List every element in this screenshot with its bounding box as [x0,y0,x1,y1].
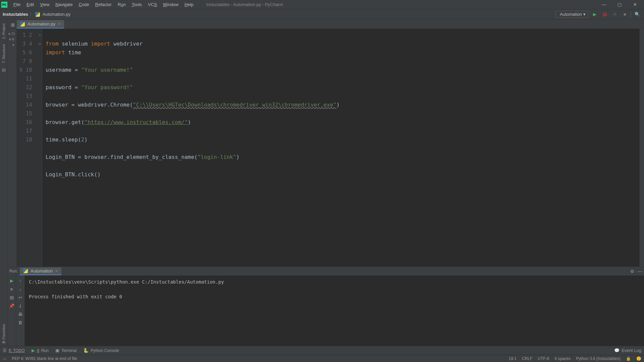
editor-container: ▦ Automation.py × ▸🗀 ▾⊪ ▾ 1 2 3 4 5 6 7 … [7,19,644,346]
file-encoding[interactable]: UTF-8 [538,356,549,361]
editor-tabbar: ▦ Automation.py × [7,19,644,29]
run-output[interactable]: C:\Instuctables\venv\Scripts\python.exe … [25,276,644,346]
dropdown-icon: ▾ [583,12,586,17]
clear-icon[interactable]: 🗑 [18,320,22,325]
structure-toolwindow-tab[interactable]: 7: Structure [1,42,6,66]
close-button[interactable]: ✕ [627,0,643,9]
app-icon: PC [1,2,7,8]
run-layout-icon[interactable]: ▤ [10,295,14,300]
run-tools: ⚙ — [630,269,642,274]
run-tab-name: Automation [31,268,53,274]
collapse2-icon[interactable]: ▾ [12,43,14,47]
python-file-icon [35,12,40,17]
line-number-gutter: 1 2 3 4 5 6 7 8 9 10 11 12 13 14 15 16 1… [17,29,38,266]
favorites-star-icon: ★ [2,340,6,345]
run-tab-bottom[interactable]: ▶4: Run [32,348,49,353]
close-tab-icon[interactable]: × [58,21,61,26]
run-coverage-button[interactable]: ⟳ [611,10,619,18]
run-config-name: Automation [560,12,582,17]
titlebar: PC File Edit View Navigate Code Refactor… [0,0,644,9]
status-msg-icon: ▭ [3,356,6,361]
run-minimize-icon[interactable]: — [638,269,642,274]
interpreter[interactable]: Python 3.8 (Instuctables) [576,356,621,361]
project-view-icon[interactable]: ▦ [9,20,17,28]
menu-code[interactable]: Code [76,1,92,8]
maximize-button[interactable]: ▢ [612,0,627,9]
expand-icon[interactable]: ▸ [9,32,11,36]
inspection-icon[interactable]: 🙂 [636,356,641,361]
terminal-tab[interactable]: ▣Terminal [55,348,76,353]
python-icon [23,268,28,273]
run-tab[interactable]: Automation × [20,267,61,275]
tab-filename: Automation.py [28,21,55,26]
python-file-icon [20,22,25,26]
structure-icon: ▤ [2,67,6,72]
terminal-icon: ▣ [55,348,59,353]
menu-navigate[interactable]: Navigate [53,1,75,8]
libs-icon: ⊪ [12,37,15,42]
event-log-icon: 💬 [614,348,620,353]
minimize-button[interactable]: — [596,0,612,9]
stop-run-button[interactable]: ■ [10,287,13,292]
run-body: ▶ ■ ▤ 📌 ↑ ↓ ↩ ⤓ 🖶 🗑 C:\Instuctables\venv… [7,276,644,346]
menubar: File Edit View Navigate Code Refactor Ru… [11,1,196,8]
status-message: PEP 8: W391 blank line at end of file [12,356,77,361]
run-label: Run: [9,269,18,274]
menu-vcs[interactable]: VCS [145,1,160,8]
breadcrumb-project[interactable]: Instuctables [3,12,28,17]
play-icon: ▶ [32,348,35,353]
down-stack-icon[interactable]: ↓ [19,287,21,292]
menu-edit[interactable]: Edit [24,1,37,8]
readonly-lock-icon[interactable]: 🔒 [626,356,631,361]
menu-help[interactable]: Help [182,1,196,8]
gutter-marks: ⊖ ⊟ [38,29,42,266]
menu-file[interactable]: File [11,1,23,8]
scroll-end-icon[interactable]: ⤓ [18,303,22,308]
python-console-icon: 🐍 [83,348,89,353]
run-settings-icon[interactable]: ⚙ [630,269,634,274]
breadcrumb-file[interactable]: Automation.py [43,12,70,17]
left-toolwindow-bar: 1: Project 7: Structure ▤ 2: Favorites ★ [0,19,7,346]
right-strip [639,29,644,266]
breadcrumb-sep: 〉 [30,11,34,17]
up-stack-icon[interactable]: ↑ [19,278,21,283]
window-controls: — ▢ ✕ [596,0,643,9]
editor-body: ▸🗀 ▾⊪ ▾ 1 2 3 4 5 6 7 8 9 10 11 12 13 14… [7,29,644,266]
close-run-tab-icon[interactable]: × [55,268,58,274]
search-everywhere-button[interactable]: 🔍 [633,10,641,18]
print-icon[interactable]: 🖶 [18,312,22,317]
soft-wrap-icon[interactable]: ↩ [18,295,22,300]
menu-refactor[interactable]: Refactor [93,1,114,8]
menu-tools[interactable]: Tools [129,1,145,8]
stop-button[interactable]: ■ [621,10,629,18]
statusbar: ▭ PEP 8: W391 blank line at end of file … [0,355,644,362]
code-editor[interactable]: from selenium import webdriverimport tim… [42,29,639,266]
run-panel: Run: Automation × ⚙ — ▶ ■ ▤ 📌 [7,266,644,346]
python-console-tab[interactable]: 🐍Python Console [83,348,119,353]
folder-icon: 🗀 [11,32,15,36]
line-separator[interactable]: CRLF [522,356,532,361]
menu-view[interactable]: View [37,1,52,8]
run-side-toolbar2: ↑ ↓ ↩ ⤓ 🖶 🗑 [16,276,25,346]
event-log[interactable]: 💬Event Log [614,348,641,353]
run-header: Run: Automation × ⚙ — [7,267,644,276]
bottom-toolwindow-bar: ☰6: TODO ▶4: Run ▣Terminal 🐍Python Conso… [0,346,644,355]
run-config-selector[interactable]: Automation ▾ [555,11,589,18]
nav-right: Automation ▾ ▶ 🐞 ⟳ ■ 🔍 [555,10,641,18]
todo-tab[interactable]: ☰6: TODO [3,348,25,353]
editor-tab[interactable]: Automation.py × [17,20,64,28]
breadcrumb: Instuctables 〉 Automation.py [3,11,70,17]
pin-run-icon[interactable]: 📌 [9,303,14,308]
collapse-icon[interactable]: ▾ [9,37,11,42]
project-toolwindow-tab[interactable]: 1: Project [1,21,6,42]
rerun-button[interactable]: ▶ [10,278,13,283]
cursor-position[interactable]: 19:1 [509,356,517,361]
menu-run[interactable]: Run [115,1,128,8]
main-area: 1: Project 7: Structure ▤ 2: Favorites ★… [0,19,644,346]
run-button[interactable]: ▶ [591,10,599,18]
run-side-toolbar: ▶ ■ ▤ 📌 [7,276,16,346]
debug-button[interactable]: 🐞 [601,10,609,18]
todo-icon: ☰ [3,348,7,353]
indent-setting[interactable]: 4 spaces [554,356,571,361]
menu-window[interactable]: Window [160,1,181,8]
